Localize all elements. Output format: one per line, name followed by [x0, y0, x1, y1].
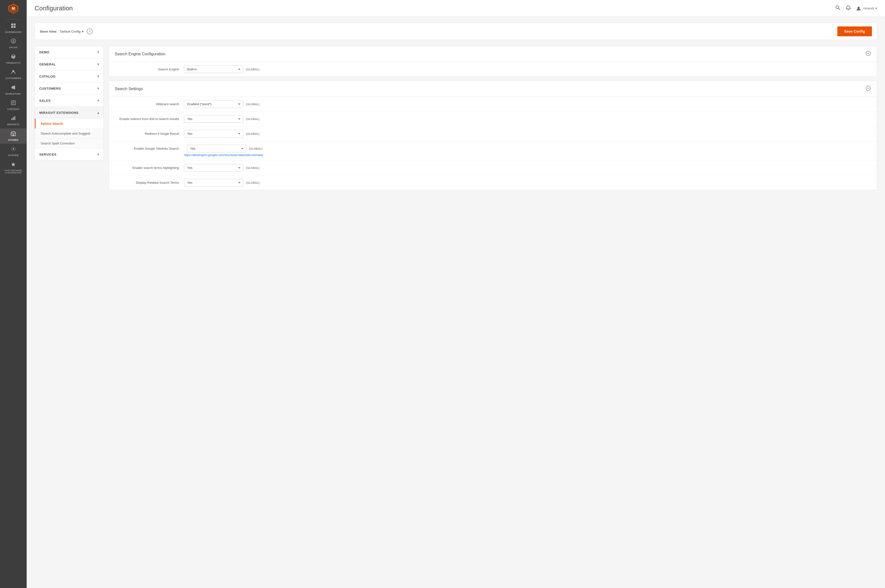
search-settings-header: Search Settings [109, 81, 877, 97]
related-search-terms-select[interactable]: Yes No [184, 179, 243, 186]
sidebar-item-customers[interactable]: CUSTOMERS [0, 67, 27, 82]
chevron-services: ▾ [97, 152, 99, 156]
search-engine-collapse-icon[interactable] [866, 51, 871, 57]
sidebar-item-marketing[interactable]: MARKETING [0, 82, 27, 98]
sidebar-item-label-customers: CUSTOMERS [5, 77, 21, 80]
sidebar-item-reports[interactable]: REPORTS [0, 113, 27, 128]
wildcard-search-control: Enabled (*word*) Disabled [GLOBAL] [184, 100, 871, 108]
sidebar-item-label-marketing: MARKETING [6, 92, 21, 95]
left-panel-label-demo: DEMO [39, 50, 50, 54]
save-config-button[interactable]: Save Config [837, 26, 872, 36]
left-panel-header-services[interactable]: SERVICES ▾ [35, 148, 104, 160]
sidebar-item-system[interactable]: SYSTEM [0, 144, 27, 159]
top-bar-actions: mirasvit ▾ [835, 5, 877, 12]
store-view-select[interactable]: Default Config ▾ [60, 30, 84, 33]
find-partners-icon [10, 162, 16, 168]
sidebar-item-content[interactable]: CONTENT [0, 98, 27, 113]
sidebar-item-label-reports: REPORTS [7, 123, 19, 126]
related-search-terms-badge: [GLOBAL] [246, 181, 260, 184]
search-terms-highlight-row: Enable search terms highlighting Yes No … [109, 160, 877, 176]
left-panel-label-sales: SALES [39, 99, 51, 102]
sidebar-item-sales[interactable]: $ SALES [0, 36, 27, 51]
sidebar-item-products[interactable]: PRODUCTS [0, 51, 27, 67]
marketing-icon [10, 85, 16, 92]
user-menu[interactable]: mirasvit ▾ [856, 6, 877, 11]
left-panel-header-demo[interactable]: DEMO ▾ [35, 46, 104, 58]
reports-icon [10, 116, 16, 122]
search-engine-select[interactable]: Built-in Elasticsearch Sphinx [184, 66, 243, 73]
chevron-sales: ▾ [97, 99, 99, 102]
redirect-single-result-row: Redirect if Single Result Yes No [GLOBAL… [109, 126, 877, 141]
wildcard-search-badge: [GLOBAL] [246, 103, 260, 106]
sidebar-logo[interactable]: M [0, 0, 27, 17]
search-engine-badge: [GLOBAL] [246, 68, 260, 71]
top-bar: Configuration mirasvit ▾ [27, 0, 885, 17]
search-terms-highlight-control: Yes No [GLOBAL] [184, 164, 871, 172]
google-sitelinks-link-container: https://developers.google.com/structured… [184, 153, 263, 157]
svg-rect-5 [14, 24, 15, 26]
google-sitelinks-link[interactable]: https://developers.google.com/structured… [184, 153, 263, 157]
two-col-layout: DEMO ▾ GENERAL ▾ CATALOG [34, 46, 877, 194]
left-panel-header-mirasvit[interactable]: MIRASVIT EXTENSIONS ▴ [35, 106, 104, 118]
left-panel-mirasvit[interactable]: MIRASVIT EXTENSIONS ▴ Sphinx Search Sear… [35, 106, 104, 148]
left-panel-header-catalog[interactable]: CATALOG ▾ [35, 70, 104, 82]
search-settings-collapse-icon[interactable] [866, 86, 871, 92]
search-icon[interactable] [835, 5, 840, 12]
left-panel-sales[interactable]: SALES ▾ [35, 94, 104, 106]
submenu-item-search-spell-correction[interactable]: Search Spell Correction [35, 138, 104, 148]
google-sitelinks-label: Enable Google Sitelinks Search [115, 147, 184, 150]
redirect-single-result-select[interactable]: Yes No [184, 130, 243, 138]
search-engine-config-header: Search Engine Configuration [109, 46, 877, 62]
svg-point-20 [13, 148, 14, 150]
wildcard-search-select[interactable]: Enabled (*word*) Disabled [184, 100, 243, 108]
redirect-404-select[interactable]: Yes No [184, 115, 243, 123]
store-view-value: Default Config [60, 30, 81, 33]
sales-icon: $ [10, 38, 16, 45]
notification-icon[interactable] [846, 5, 851, 12]
store-view-left: Store View: Default Config ▾ ? [40, 28, 93, 34]
chevron-demo: ▾ [97, 50, 99, 54]
redirect-404-label: Enable redirect from 404 to search resul… [115, 117, 184, 121]
chevron-mirasvit: ▴ [97, 111, 99, 115]
submenu-label-search-spell-correction: Search Spell Correction [41, 141, 75, 145]
wildcard-search-label: Wildcard search [115, 102, 184, 106]
mirasvit-submenu: Sphinx Search Search Autocomplete and Su… [35, 118, 104, 148]
sidebar-item-stores[interactable]: STORES [0, 128, 27, 144]
submenu-item-sphinx-search[interactable]: Sphinx Search [35, 118, 104, 128]
left-panel-label-catalog: CATALOG [39, 75, 56, 78]
redirect-single-result-control: Yes No [GLOBAL] [184, 130, 871, 138]
left-panel-demo[interactable]: DEMO ▾ [35, 46, 104, 58]
svg-text:$: $ [12, 39, 14, 43]
left-panel-customers[interactable]: CUSTOMERS ▾ [35, 82, 104, 94]
chevron-general: ▾ [97, 62, 99, 66]
left-panel-general[interactable]: GENERAL ▾ [35, 58, 104, 70]
related-search-terms-label: Display Related Search Terms [115, 181, 184, 184]
submenu-label-search-autocomplete: Search Autocomplete and Suggest [41, 132, 90, 135]
sidebar-item-find-partners[interactable]: FIND PARTNERS& EXTENSIONS [0, 159, 27, 177]
left-panel-catalog[interactable]: CATALOG ▾ [35, 70, 104, 82]
svg-line-22 [838, 8, 840, 10]
submenu-label-sphinx-search: Sphinx Search [41, 122, 63, 126]
chevron-customers: ▾ [97, 86, 99, 90]
left-panel-label-mirasvit: MIRASVIT EXTENSIONS [39, 111, 78, 115]
svg-rect-4 [11, 24, 13, 26]
google-sitelinks-select[interactable]: Yes No [187, 145, 246, 152]
search-engine-row: Search Engine Built-in Elasticsearch Sph… [109, 62, 877, 76]
related-search-terms-row: Display Related Search Terms Yes No [GLO… [109, 176, 877, 190]
svg-rect-16 [13, 117, 14, 120]
left-panel-header-general[interactable]: GENERAL ▾ [35, 58, 104, 70]
submenu-item-search-autocomplete[interactable]: Search Autocomplete and Suggest [35, 128, 104, 138]
left-panel-services[interactable]: SERVICES ▾ [35, 148, 104, 160]
search-settings-section: Search Settings Wildcard search Enabled … [109, 81, 877, 190]
left-panel: DEMO ▾ GENERAL ▾ CATALOG [34, 46, 104, 160]
content-area: Store View: Default Config ▾ ? Save Conf… [27, 17, 885, 588]
search-terms-highlight-label: Enable search terms highlighting [115, 166, 184, 170]
help-icon[interactable]: ? [87, 28, 93, 34]
left-panel-header-sales[interactable]: SALES ▾ [35, 94, 104, 106]
search-terms-highlight-select[interactable]: Yes No [184, 164, 243, 172]
sidebar-item-label-find-partners: FIND PARTNERS& EXTENSIONS [5, 170, 22, 174]
left-panel-header-customers[interactable]: CUSTOMERS ▾ [35, 82, 104, 94]
sidebar-item-dashboard[interactable]: DASHBOARD [0, 21, 27, 36]
redirect-single-result-badge: [GLOBAL] [246, 132, 260, 135]
related-search-terms-control: Yes No [GLOBAL] [184, 179, 871, 186]
